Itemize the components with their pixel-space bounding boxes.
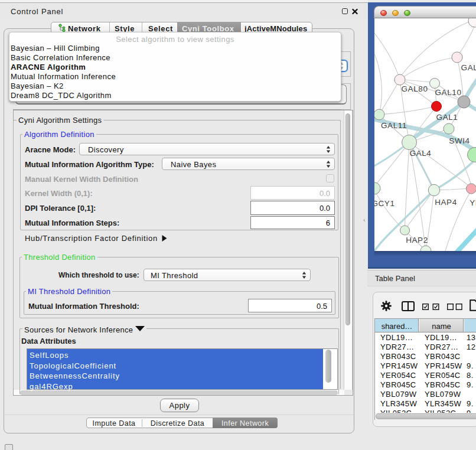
svg-text:GAL80: GAL80	[401, 84, 428, 93]
svg-text:GAL1: GAL1	[436, 113, 458, 122]
svg-text:GAL10: GAL10	[435, 88, 461, 97]
svg-text:SWI4: SWI4	[449, 136, 470, 145]
svg-text:YM: YM	[470, 198, 476, 207]
svg-text:GAL4: GAL4	[410, 149, 432, 158]
svg-text:GAL7: GAL7	[461, 63, 476, 72]
svg-text:GAL11: GAL11	[381, 121, 407, 130]
svg-text:HAP2: HAP2	[406, 236, 428, 244]
svg-text:GCY1: GCY1	[374, 199, 395, 208]
svg-text:HAP4: HAP4	[435, 198, 457, 207]
